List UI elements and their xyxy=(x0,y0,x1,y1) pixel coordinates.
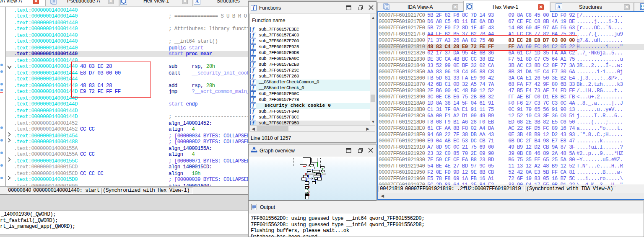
svg-text:A: A xyxy=(557,4,561,9)
svg-text:A: A xyxy=(195,0,199,4)
